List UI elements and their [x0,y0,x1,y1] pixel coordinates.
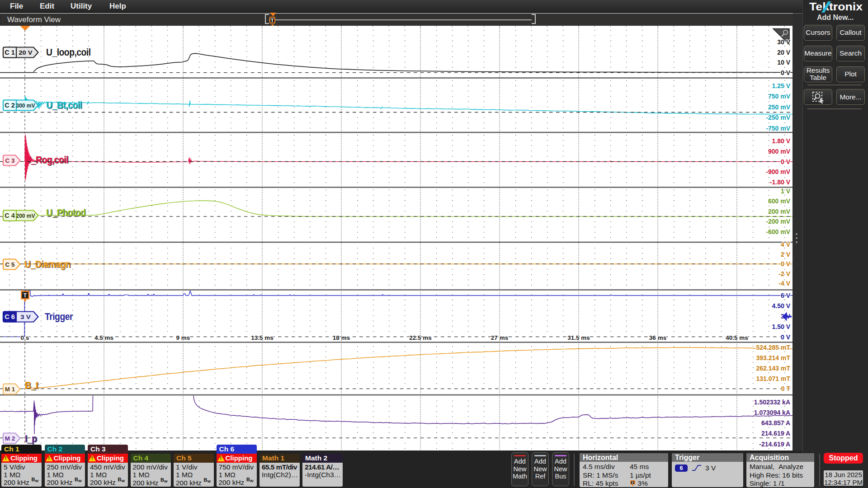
svg-text:U_Photod: U_Photod [46,207,85,218]
svg-text:M 1: M 1 [5,385,15,392]
svg-text:T: T [24,292,27,299]
svg-text:20 V: 20 V [19,49,33,56]
svg-text:U_loop,coil: U_loop,coil [46,47,91,57]
svg-text:300 mV: 300 mV [16,102,35,109]
svg-text:200 mV: 200 mV [16,212,35,219]
svg-text:Trigger: Trigger [45,311,73,322]
svg-text:C 4: C 4 [5,212,15,219]
svg-text:C 5: C 5 [5,261,15,267]
svg-text:C 2: C 2 [5,102,15,109]
svg-text:T: T [632,481,634,485]
svg-text:I_p: I_p [25,433,37,444]
svg-text:C 3: C 3 [5,157,15,164]
svg-text:3 V: 3 V [20,314,31,320]
svg-text:C 1: C 1 [5,49,15,56]
svg-text:U_Bt,coil: U_Bt,coil [46,99,82,110]
svg-text:M 2: M 2 [5,435,15,441]
svg-text:Tektronix: Tektronix [809,1,863,13]
svg-text:C 6: C 6 [5,313,15,320]
